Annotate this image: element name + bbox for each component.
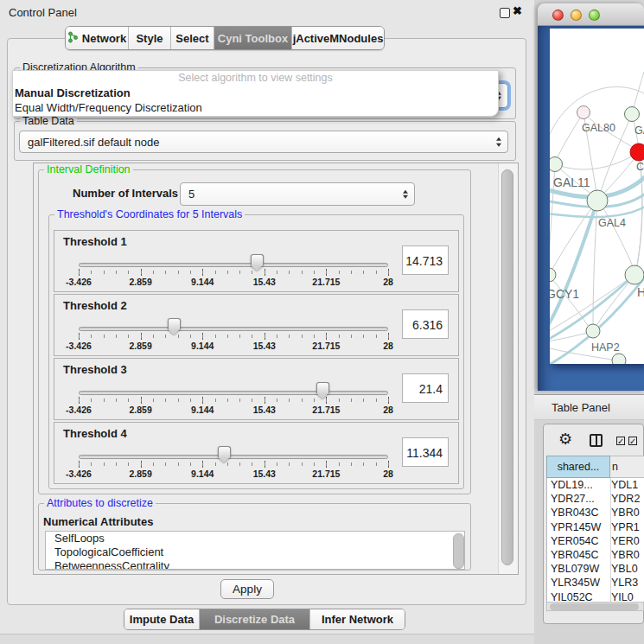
- tab-label: Cyni Toolbox: [218, 32, 288, 45]
- table-cell-shared-name[interactable]: YDL19...: [551, 478, 609, 492]
- node-right[interactable]: [625, 265, 644, 284]
- table-cell-name[interactable]: YDR2: [611, 492, 644, 506]
- threshold-slider-track[interactable]: [79, 455, 388, 459]
- node-gal11[interactable]: [550, 157, 563, 172]
- tab-jactivemnodules[interactable]: jActiveMNodules: [292, 27, 384, 49]
- table-cell-name[interactable]: YDL1: [611, 478, 644, 492]
- node-top-right[interactable]: [625, 107, 640, 122]
- dropdown-item-manual-discretization[interactable]: Manual Discretization: [13, 86, 498, 100]
- table-cell-name[interactable]: YPR1: [611, 520, 644, 534]
- table-row[interactable]: YDL19... YDL1: [546, 478, 644, 492]
- node-hap2[interactable]: [586, 324, 600, 338]
- float-window-icon[interactable]: [500, 8, 510, 18]
- list-item[interactable]: TopologicalCoefficient: [46, 545, 464, 559]
- checkbox-icon[interactable]: ✓: [616, 437, 625, 445]
- checkbox-icon[interactable]: ✓: [628, 437, 637, 445]
- panel-title: Control Panel: [9, 6, 77, 19]
- threshold-label: Threshold 3: [63, 363, 127, 376]
- group-title: Interval Definition: [44, 163, 133, 175]
- table-cell-shared-name[interactable]: YBR045C: [551, 548, 609, 562]
- threshold-slider-track[interactable]: [79, 391, 388, 395]
- combo-stepper-icon: [496, 137, 501, 147]
- numerical-attributes-list[interactable]: SelfLoops TopologicalCoefficient Between…: [45, 531, 465, 570]
- threshold-slider-handle[interactable]: [168, 318, 181, 329]
- close-icon[interactable]: ✖: [513, 4, 522, 17]
- table-data-combobox[interactable]: galFiltered.sif default node: [19, 131, 508, 153]
- table-cell-shared-name[interactable]: YDR27...: [551, 492, 609, 506]
- threshold-slider-handle[interactable]: [316, 382, 329, 393]
- tab-label: Network: [82, 32, 126, 45]
- numerical-attributes-label: Numerical Attributes: [43, 515, 153, 528]
- table-cell-shared-name[interactable]: YLR345W: [551, 576, 609, 590]
- zoom-traffic-light[interactable]: [589, 10, 600, 21]
- tab-cyni-toolbox[interactable]: Cyni Toolbox: [214, 27, 292, 49]
- threshold-value-field[interactable]: 21.4: [402, 373, 449, 403]
- node-label: H: [637, 285, 644, 299]
- threshold-slider-handle[interactable]: [218, 446, 231, 457]
- table-cell-name[interactable]: YBR0: [611, 506, 644, 520]
- gear-icon[interactable]: ⚙: [558, 431, 572, 447]
- threshold-slider-handle[interactable]: [251, 254, 264, 265]
- node-bottom[interactable]: [612, 354, 626, 364]
- slider-tick-labels: -3.426 2.859 9.144 15.43 21.715 28: [54, 341, 458, 352]
- network-window-frame: GAL80 GA C GAL11 GAL4 GCY1 H HAP2: [538, 26, 644, 391]
- minimize-traffic-light[interactable]: [571, 10, 582, 21]
- close-traffic-light[interactable]: [552, 10, 564, 21]
- table-cell-name[interactable]: YLR3: [611, 576, 644, 590]
- table-cell-shared-name[interactable]: YBR043C: [551, 506, 609, 520]
- tick-label: 15.43: [253, 277, 276, 287]
- tab-infer-network[interactable]: Infer Network: [310, 609, 405, 629]
- network-window-titlebar[interactable]: [538, 3, 644, 26]
- attributes-list-scrollbar-thumb[interactable]: [453, 533, 464, 569]
- list-item[interactable]: SelfLoops: [46, 532, 464, 545]
- apply-button[interactable]: Apply: [220, 579, 274, 599]
- table-row[interactable]: YLR345W YLR3: [546, 576, 644, 590]
- table-panel-header: Table Panel: [534, 394, 644, 420]
- dropdown-item-equal-width-frequency[interactable]: Equal Width/Frequency Discretization: [13, 100, 498, 115]
- table-cell-name[interactable]: YER0: [611, 534, 644, 548]
- threshold-value-field[interactable]: 14.713: [402, 245, 449, 275]
- algorithm-dropdown-popup: Select algorithm to view settings Manual…: [12, 70, 499, 117]
- tab-discretize-data[interactable]: Discretize Data: [200, 609, 310, 629]
- threshold-value-field[interactable]: 6.316: [402, 309, 449, 339]
- tab-impute-data[interactable]: Impute Data: [124, 609, 200, 629]
- node-label: GAL11: [553, 175, 590, 189]
- list-item[interactable]: BetweennessCentrality: [46, 559, 464, 570]
- node-gal4[interactable]: [587, 190, 608, 211]
- horizontal-scrollbar-thumb[interactable]: [550, 603, 639, 610]
- node-gcy1[interactable]: [550, 268, 556, 282]
- network-graph: GAL80 GA C GAL11 GAL4 GCY1 H HAP2: [550, 29, 644, 364]
- threshold-panel: Threshold 2 -3.426 2.859 9.144 15.43 21.…: [54, 294, 459, 356]
- number-of-intervals-combobox[interactable]: 5: [180, 182, 415, 206]
- threshold-label: Threshold 1: [63, 235, 127, 248]
- node-label: HAP2: [591, 341, 620, 354]
- table-row[interactable]: YBL079W YBL0: [546, 562, 644, 576]
- dropdown-placeholder-item: Select algorithm to view settings: [13, 71, 498, 86]
- column-header-shared-name[interactable]: shared...: [546, 456, 610, 478]
- table-row[interactable]: YER054C YER0: [546, 534, 644, 548]
- table-row[interactable]: YDR27... YDR2: [546, 492, 644, 506]
- table-cell-shared-name[interactable]: YER054C: [551, 534, 609, 548]
- table-cell-shared-name[interactable]: YBL079W: [551, 562, 609, 576]
- split-columns-icon[interactable]: [590, 434, 603, 447]
- threshold-slider-track[interactable]: [79, 327, 388, 331]
- table-cell-shared-name[interactable]: YPR145W: [551, 520, 609, 534]
- table-cell-name[interactable]: YBL0: [611, 562, 644, 576]
- tab-network[interactable]: Network: [66, 27, 129, 49]
- table-row[interactable]: YBR045C YBR0: [546, 548, 644, 562]
- vertical-scrollbar-thumb[interactable]: [501, 169, 513, 565]
- table-row[interactable]: YBR043C YBR0: [546, 506, 644, 520]
- combo-value: galFiltered.sif default node: [28, 136, 159, 149]
- table-cell-name[interactable]: YBR0: [611, 548, 644, 562]
- node-selected-red[interactable]: [630, 143, 644, 161]
- slider-minor-ticks: [79, 335, 389, 338]
- table-row[interactable]: YPR145W YPR1: [546, 520, 644, 534]
- tab-select[interactable]: Select: [171, 27, 214, 49]
- combo-stepper-icon: [403, 189, 408, 199]
- network-canvas[interactable]: GAL80 GA C GAL11 GAL4 GCY1 H HAP2: [550, 29, 644, 364]
- node-gal80[interactable]: [577, 106, 590, 119]
- threshold-value-field[interactable]: 11.344: [402, 437, 449, 467]
- threshold-slider-track[interactable]: [79, 263, 388, 267]
- tab-style[interactable]: Style: [129, 27, 171, 49]
- column-header-name[interactable]: n: [610, 456, 644, 478]
